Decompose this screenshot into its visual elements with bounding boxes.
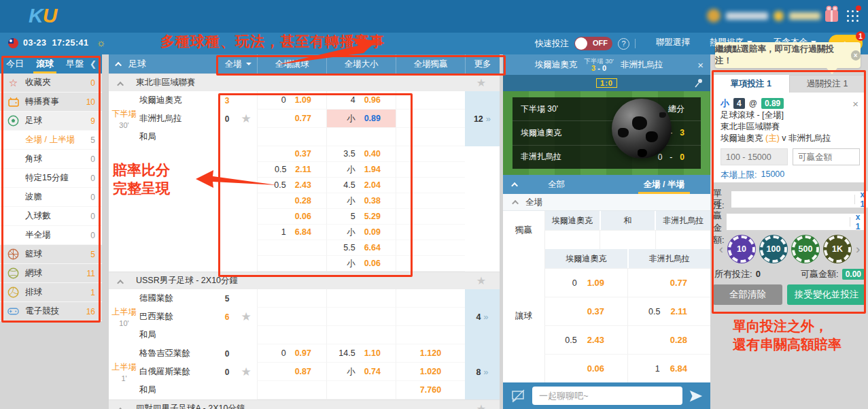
sidebar-tab-早盤[interactable]: 早盤 xyxy=(60,54,90,73)
win-amount-input[interactable] xyxy=(727,214,844,230)
odds-cell[interactable]: 3.50.40 xyxy=(326,146,396,162)
odds-cell[interactable] xyxy=(326,381,396,399)
odds-cell[interactable]: 0.37 xyxy=(545,297,627,325)
odds-cell[interactable] xyxy=(396,289,465,308)
league-select-button[interactable]: 聯盟選擇 xyxy=(656,37,690,48)
sidebar-item-半全場[interactable]: 半全場0 xyxy=(0,226,102,245)
odds-cell[interactable]: 0.77 xyxy=(627,268,710,297)
odds-cell[interactable]: 01.09 xyxy=(257,91,326,110)
odds-cell[interactable]: 00.97 xyxy=(257,344,326,363)
more-markets-cell[interactable]: 12» xyxy=(465,91,500,146)
chip-100[interactable]: 100 xyxy=(760,235,787,263)
gift-icon[interactable] xyxy=(825,10,838,22)
odds-cell[interactable]: 55.29 xyxy=(326,209,396,225)
chip-1K[interactable]: 1K xyxy=(824,235,851,263)
column-more[interactable]: 更多 xyxy=(465,54,500,73)
odds-cell[interactable] xyxy=(396,209,465,225)
collapse-icon[interactable] xyxy=(119,275,124,287)
chips-next-icon[interactable]: › xyxy=(856,242,860,257)
odds-cell[interactable] xyxy=(396,225,465,240)
chip-500[interactable]: 500 xyxy=(792,235,819,263)
favorite-star-icon[interactable]: ★ xyxy=(235,91,257,146)
favorite-star-icon[interactable]: ★ xyxy=(476,274,486,287)
favorite-star-icon[interactable]: ★ xyxy=(235,289,257,344)
collapse-icon[interactable] xyxy=(115,61,122,68)
sidebar-item-入球數[interactable]: 入球數0 xyxy=(0,207,102,226)
odds-cell[interactable]: 0.77 xyxy=(257,110,326,128)
odds-cell[interactable] xyxy=(257,256,326,272)
odds-cell[interactable]: 0.52.11 xyxy=(257,162,326,178)
odds-cell[interactable] xyxy=(396,240,465,256)
odds-cell[interactable] xyxy=(257,289,326,308)
odds-cell[interactable] xyxy=(257,326,326,344)
flag-icon[interactable] xyxy=(8,38,18,48)
odds-cell[interactable]: 0.28 xyxy=(257,193,326,209)
collapse-icon[interactable] xyxy=(119,77,124,89)
tab-full-half[interactable]: 全場 / 半場 xyxy=(644,175,684,194)
odds-cell[interactable]: 小1.94 xyxy=(326,162,396,178)
odds-cell[interactable] xyxy=(396,178,465,193)
odds-cell[interactable]: 0.52.43 xyxy=(545,325,627,354)
sidebar-item-網球[interactable]: 網球11 xyxy=(0,264,102,283)
clear-all-button[interactable]: 全部清除 xyxy=(713,284,782,305)
odds-cell[interactable] xyxy=(257,381,326,399)
sidebar-item-籃球[interactable]: 籃球5 xyxy=(0,245,102,264)
sidebar-tab-今日[interactable]: 今日 xyxy=(0,54,30,73)
odds-cell[interactable] xyxy=(396,326,465,344)
odds-cell[interactable] xyxy=(257,240,326,256)
odds-cell[interactable]: 小0.38 xyxy=(326,193,396,209)
odds-cell[interactable]: 01.09 xyxy=(545,268,627,297)
section-fulltime[interactable]: 全場 xyxy=(503,194,710,211)
odds-cell[interactable]: 0.37 xyxy=(257,146,326,162)
remove-selection-icon[interactable]: × xyxy=(852,98,858,110)
chat-muted-icon[interactable] xyxy=(510,388,526,404)
potential-win-input[interactable] xyxy=(793,148,860,165)
sidebar-item-收藏夾[interactable]: ☆收藏夾0 xyxy=(0,73,102,93)
chip-10[interactable]: 10 xyxy=(728,235,755,263)
tab-parlay-bet[interactable]: 過關投注 1 xyxy=(789,75,867,93)
odds-cell[interactable]: 40.96 xyxy=(326,91,396,110)
theme-sun-icon[interactable]: ☼ xyxy=(97,37,106,48)
odds-cell[interactable]: 0.52.43 xyxy=(257,178,326,193)
odds-cell[interactable]: 小0.89 xyxy=(326,110,396,128)
odds-cell[interactable]: 1.020 xyxy=(396,363,465,381)
sidebar-item-轉播賽事[interactable]: 轉播賽事10 xyxy=(0,93,102,112)
favorite-star-icon[interactable]: ★ xyxy=(476,402,486,409)
odds-cell[interactable] xyxy=(396,128,465,146)
odds-cell[interactable]: 小0.74 xyxy=(326,363,396,381)
pin-icon[interactable] xyxy=(693,78,704,88)
sidebar-item-全場 / 上半場[interactable]: 全場 / 上半場5 xyxy=(0,131,102,150)
odds-cell[interactable] xyxy=(257,128,326,146)
odds-cell[interactable] xyxy=(396,308,465,326)
odds-cell[interactable]: 0.06 xyxy=(257,209,326,225)
odds-cell[interactable]: 7.760 xyxy=(396,381,465,399)
sidebar-tab-滾球[interactable]: 滾球 xyxy=(30,54,60,73)
favorite-star-icon[interactable]: ★ xyxy=(476,76,486,89)
more-markets-cell[interactable]: 4» xyxy=(465,289,500,344)
column-fulltime-dropdown[interactable]: 全場 xyxy=(219,54,257,73)
stake-input[interactable] xyxy=(721,148,788,165)
tab-all-markets[interactable]: 全部 xyxy=(548,179,565,191)
sidebar-item-特定15分鐘[interactable]: 特定15分鐘0 xyxy=(0,169,102,188)
more-markets-cell[interactable]: 8» xyxy=(465,344,500,399)
odds-cell[interactable]: 0.52.11 xyxy=(627,297,710,325)
close-icon[interactable]: × xyxy=(697,59,704,71)
odds-cell[interactable] xyxy=(396,146,465,162)
tab-single-bet[interactable]: 單項投注 1 xyxy=(713,75,789,93)
odds-cell[interactable]: 小0.09 xyxy=(326,225,396,240)
odds-cell[interactable]: 16.84 xyxy=(627,354,710,382)
odds-cell[interactable] xyxy=(396,91,465,110)
odds-cell[interactable] xyxy=(326,326,396,344)
tooltip-close-icon[interactable]: × xyxy=(851,50,861,61)
odds-cell[interactable]: 14.51.10 xyxy=(326,344,396,363)
odds-cell[interactable] xyxy=(396,110,465,128)
help-icon[interactable]: ? xyxy=(618,38,629,50)
odds-cell[interactable]: 4.52.04 xyxy=(326,178,396,193)
odds-cell[interactable] xyxy=(600,230,655,249)
quick-bet-toggle[interactable]: OFF xyxy=(574,37,612,50)
odds-cell[interactable]: 0.87 xyxy=(257,363,326,381)
sidebar-collapse-icon[interactable]: ❮ xyxy=(90,59,102,69)
apps-grid-icon[interactable] xyxy=(847,10,858,22)
chips-prev-icon[interactable]: ‹ xyxy=(719,242,723,257)
odds-cell[interactable] xyxy=(257,308,326,326)
